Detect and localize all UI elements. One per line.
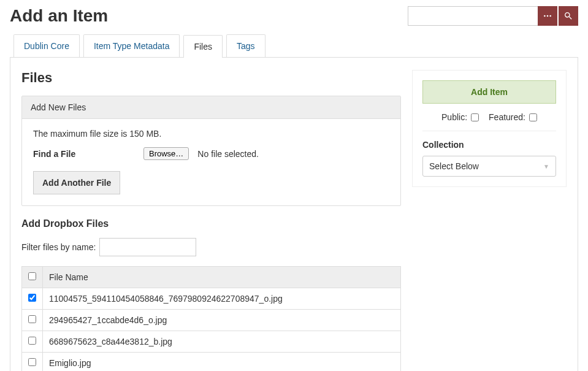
dropbox-files-table: File Name 11004575_594110454058846_76979… (21, 266, 401, 371)
row-filename: Emiglio.jpg (43, 353, 401, 372)
tabs: Dublin Core Item Type Metadata Files Tag… (10, 34, 578, 57)
find-file-label: Find a File (33, 149, 137, 159)
row-checkbox[interactable] (28, 294, 36, 302)
filter-label: Filter files by name: (21, 242, 96, 252)
svg-point-2 (549, 15, 551, 17)
search-button[interactable] (559, 6, 578, 26)
add-item-button[interactable]: Add Item (422, 80, 556, 104)
advanced-search-button[interactable] (538, 6, 557, 26)
collection-select[interactable]: Select Below ▼ (422, 156, 556, 177)
max-size-hint: The maximum file size is 150 MB. (33, 129, 389, 139)
row-filename: 6689675623_c8a44e3812_b.jpg (43, 331, 401, 353)
tab-tags[interactable]: Tags (226, 34, 265, 57)
search-icon (563, 11, 573, 21)
add-another-file-button[interactable]: Add Another File (33, 171, 120, 194)
tab-dublin-core[interactable]: Dublin Core (13, 34, 80, 57)
tab-item-type-metadata[interactable]: Item Type Metadata (83, 34, 180, 57)
table-row: Emiglio.jpg (22, 353, 401, 372)
select-all-checkbox[interactable] (28, 272, 36, 280)
search-input[interactable] (408, 6, 538, 26)
table-row: 11004575_594110454058846_769798092462270… (22, 288, 401, 310)
chevron-down-icon: ▼ (543, 163, 549, 170)
sidebar-box: Add Item Public: Featured: Collection Se… (412, 70, 567, 187)
add-new-files-box: Add New Files The maximum file size is 1… (21, 96, 401, 206)
row-checkbox[interactable] (28, 337, 36, 345)
collection-select-value: Select Below (429, 161, 479, 171)
collection-label: Collection (422, 140, 556, 150)
featured-label-wrap: Featured: (489, 112, 537, 122)
no-file-text: No file selected. (197, 149, 259, 159)
browse-button[interactable]: Browse… (143, 147, 189, 160)
featured-label: Featured: (489, 112, 525, 122)
dropbox-heading: Add Dropbox Files (21, 218, 401, 229)
public-checkbox[interactable] (471, 113, 479, 121)
table-header-filename: File Name (43, 267, 401, 288)
files-heading: Files (21, 70, 401, 86)
table-row: 6689675623_c8a44e3812_b.jpg (22, 331, 401, 353)
svg-point-0 (544, 15, 546, 17)
table-row: 294965427_1ccabde4d6_o.jpg (22, 310, 401, 331)
search-group (408, 6, 578, 26)
ellipsis-icon (543, 11, 552, 21)
add-new-files-legend: Add New Files (22, 96, 400, 119)
public-label: Public: (441, 112, 467, 122)
svg-point-1 (547, 15, 549, 17)
row-filename: 11004575_594110454058846_769798092462270… (43, 288, 401, 310)
page-title: Add an Item (10, 6, 108, 26)
tab-files[interactable]: Files (183, 35, 223, 58)
featured-checkbox[interactable] (529, 113, 537, 121)
row-checkbox[interactable] (28, 358, 36, 366)
public-label-wrap: Public: (441, 112, 479, 122)
row-filename: 294965427_1ccabde4d6_o.jpg (43, 310, 401, 331)
filter-input[interactable] (99, 238, 196, 256)
row-checkbox[interactable] (28, 315, 36, 323)
